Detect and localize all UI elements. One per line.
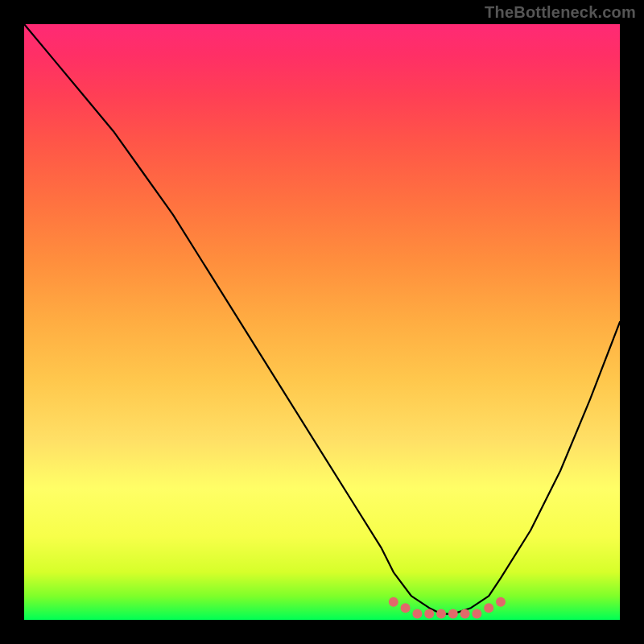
watermark-text: TheBottleneck.com (485, 3, 636, 22)
chart-svg (24, 24, 620, 620)
dot (448, 609, 458, 619)
dot (472, 609, 481, 619)
dot (436, 609, 446, 619)
dot (424, 609, 434, 619)
dot (484, 603, 493, 613)
dot (496, 597, 506, 607)
plot-area (24, 24, 620, 620)
dot (389, 597, 398, 607)
series-bottom-dots (389, 597, 506, 619)
series-curve (24, 24, 620, 614)
dot (460, 609, 470, 619)
dot (401, 603, 411, 613)
dot (412, 609, 422, 619)
chart-frame: TheBottleneck.com (0, 0, 644, 644)
